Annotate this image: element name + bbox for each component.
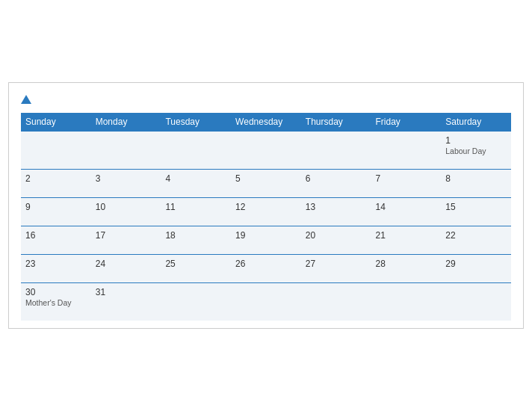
calendar-row: 1Labour Day	[21, 132, 511, 170]
calendar-cell	[161, 132, 231, 170]
calendar-header	[21, 95, 511, 104]
weekday-header: Saturday	[441, 113, 511, 132]
calendar-cell: 20	[301, 226, 371, 255]
calendar-cell	[301, 132, 371, 170]
calendar-cell: 18	[161, 226, 231, 255]
day-number: 5	[235, 173, 297, 184]
logo	[21, 95, 34, 104]
calendar-row: 23242526272829	[21, 255, 511, 283]
calendar-cell	[371, 132, 442, 170]
calendar-cell: 19	[231, 226, 301, 255]
calendar-cell	[231, 132, 301, 170]
weekday-header-row: SundayMondayTuesdayWednesdayThursdayFrid…	[21, 113, 511, 132]
weekday-header: Friday	[371, 113, 442, 132]
weekday-header: Monday	[91, 113, 161, 132]
day-number: 23	[25, 259, 87, 269]
calendar-cell: 3	[91, 170, 161, 198]
calendar-cell	[371, 283, 442, 321]
calendar-cell: 22	[441, 226, 511, 255]
day-number: 4	[165, 173, 226, 184]
day-number: 25	[165, 259, 226, 269]
day-number: 3	[96, 173, 157, 184]
day-number: 21	[376, 230, 437, 241]
day-number: 30	[25, 287, 87, 297]
day-number: 31	[96, 287, 157, 297]
day-number: 24	[96, 259, 157, 269]
calendar-row: 9101112131415	[21, 198, 511, 226]
day-number: 8	[445, 173, 507, 184]
weekday-header: Thursday	[301, 113, 371, 132]
calendar-header-row: SundayMondayTuesdayWednesdayThursdayFrid…	[21, 113, 511, 132]
weekday-header: Sunday	[21, 113, 91, 132]
calendar-cell: 26	[231, 255, 301, 283]
weekday-header: Wednesday	[231, 113, 301, 132]
day-number: 20	[306, 230, 367, 241]
calendar-cell: 4	[161, 170, 231, 198]
day-number: 16	[25, 230, 87, 241]
logo-triangle-icon	[21, 95, 31, 104]
calendar-cell: 24	[91, 255, 161, 283]
calendar-cell: 8	[441, 170, 511, 198]
day-number: 29	[445, 259, 507, 269]
day-number: 19	[235, 230, 297, 241]
day-event: Labour Day	[445, 146, 507, 155]
calendar-body: 1Labour Day23456789101112131415161718192…	[21, 132, 511, 321]
calendar-cell	[441, 283, 511, 321]
calendar-cell	[231, 283, 301, 321]
calendar-cell: 7	[371, 170, 442, 198]
calendar-row: 30Mother's Day31	[21, 283, 511, 321]
calendar-cell: 31	[91, 283, 161, 321]
day-number: 17	[96, 230, 157, 241]
calendar-cell: 6	[301, 170, 371, 198]
day-number: 11	[165, 202, 226, 212]
day-number: 10	[96, 202, 157, 212]
calendar-cell: 28	[371, 255, 442, 283]
day-number: 13	[306, 202, 367, 212]
calendar-cell: 17	[91, 226, 161, 255]
day-number: 15	[445, 202, 507, 212]
calendar-cell	[301, 283, 371, 321]
calendar-row: 16171819202122	[21, 226, 511, 255]
calendar-cell	[91, 132, 161, 170]
calendar-cell: 23	[21, 255, 91, 283]
calendar-cell	[21, 132, 91, 170]
day-number: 9	[25, 202, 87, 212]
day-number: 7	[376, 173, 437, 184]
day-number: 1	[445, 135, 507, 146]
calendar-cell: 30Mother's Day	[21, 283, 91, 321]
weekday-header: Tuesday	[161, 113, 231, 132]
calendar-cell: 14	[371, 198, 442, 226]
day-number: 12	[235, 202, 297, 212]
calendar-cell: 16	[21, 226, 91, 255]
calendar-cell	[161, 283, 231, 321]
day-event: Mother's Day	[25, 298, 87, 307]
day-number: 26	[235, 259, 297, 269]
day-number: 14	[376, 202, 437, 212]
calendar-cell: 29	[441, 255, 511, 283]
calendar-cell: 9	[21, 198, 91, 226]
logo-blue-text	[21, 95, 34, 104]
calendar-cell: 2	[21, 170, 91, 198]
calendar-cell: 1Labour Day	[441, 132, 511, 170]
calendar-cell: 21	[371, 226, 442, 255]
calendar: SundayMondayTuesdayWednesdayThursdayFrid…	[8, 82, 524, 329]
day-number: 27	[306, 259, 367, 269]
day-number: 22	[445, 230, 507, 241]
calendar-cell: 5	[231, 170, 301, 198]
day-number: 6	[306, 173, 367, 184]
day-number: 28	[376, 259, 437, 269]
calendar-cell: 12	[231, 198, 301, 226]
calendar-cell: 27	[301, 255, 371, 283]
calendar-row: 2345678	[21, 170, 511, 198]
day-number: 2	[25, 173, 87, 184]
calendar-cell: 10	[91, 198, 161, 226]
calendar-cell: 25	[161, 255, 231, 283]
calendar-cell: 13	[301, 198, 371, 226]
calendar-cell: 11	[161, 198, 231, 226]
calendar-table: SundayMondayTuesdayWednesdayThursdayFrid…	[21, 113, 511, 321]
day-number: 18	[165, 230, 226, 241]
calendar-cell: 15	[441, 198, 511, 226]
